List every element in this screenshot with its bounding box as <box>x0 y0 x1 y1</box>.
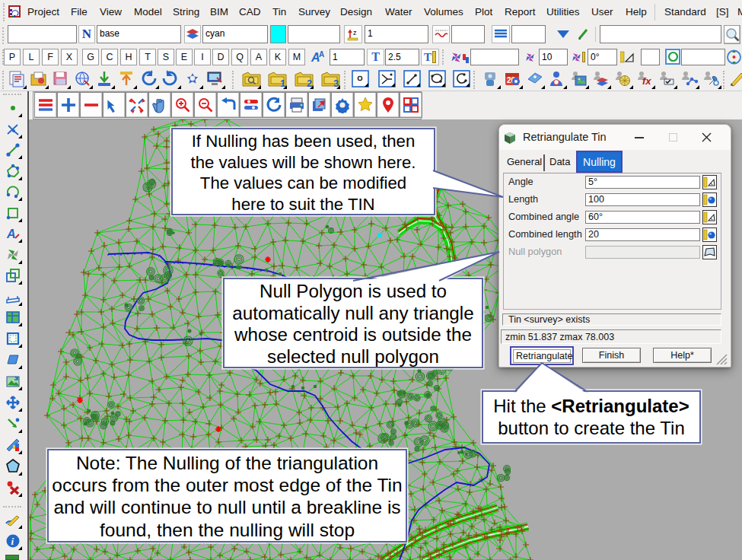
svg-text:fx: fx <box>642 75 651 87</box>
svg-text:i: i <box>11 536 14 547</box>
svg-text:A: A <box>319 50 324 59</box>
svg-text:z: z <box>353 29 357 37</box>
svg-text:A: A <box>6 228 16 240</box>
svg-text:12: 12 <box>506 138 511 142</box>
